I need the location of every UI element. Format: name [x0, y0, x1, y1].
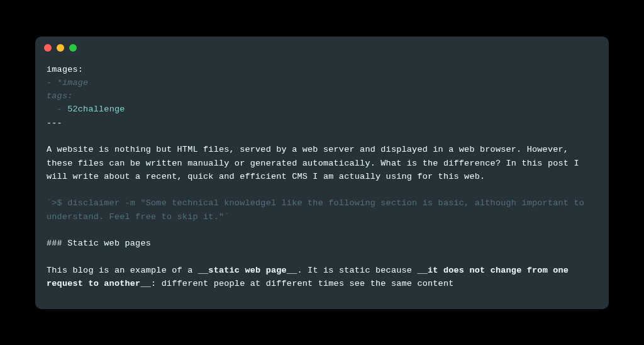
bold-span: __static web page__: [198, 266, 297, 275]
yaml-alias: *image: [57, 78, 89, 88]
minimize-icon[interactable]: [57, 44, 64, 52]
terminal-window: images: - *image tags: - 52challenge ---…: [35, 37, 609, 309]
titlebar: [35, 37, 609, 59]
code-line: ---: [47, 118, 62, 128]
tag-value: 52challenge: [67, 105, 125, 114]
text-span: : different people at different times se…: [151, 279, 453, 288]
disclaimer-line: `>$ disclaimer -m "Some technical knowle…: [47, 198, 589, 221]
list-dash: -: [47, 78, 57, 88]
close-icon[interactable]: [44, 44, 52, 52]
code-line: - *image: [47, 78, 88, 88]
heading-line: ### Static web pages: [47, 239, 151, 248]
paragraph: This blog is an example of a __static we…: [47, 266, 574, 288]
paragraph: A website is nothing but HTML files, ser…: [47, 145, 584, 181]
text-span: . It is static because: [297, 266, 417, 275]
code-line: tags:: [47, 91, 73, 101]
maximize-icon[interactable]: [69, 44, 77, 52]
list-dash: -: [47, 105, 67, 114]
code-line: images:: [47, 65, 83, 74]
code-content: images: - *image tags: - 52challenge ---…: [35, 59, 609, 302]
code-line: - 52challenge: [47, 105, 125, 114]
text-span: This blog is an example of a: [47, 266, 198, 275]
